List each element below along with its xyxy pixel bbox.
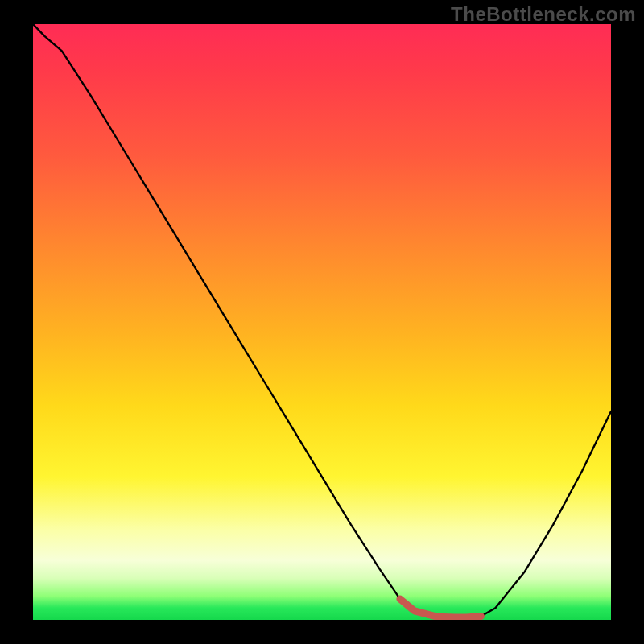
chart-svg	[33, 24, 611, 620]
plot-area	[33, 24, 611, 620]
bottleneck-curve	[33, 24, 611, 617]
chart-frame: TheBottleneck.com	[0, 0, 644, 644]
watermark-text: TheBottleneck.com	[451, 3, 636, 26]
optimal-range-highlight	[400, 599, 481, 617]
